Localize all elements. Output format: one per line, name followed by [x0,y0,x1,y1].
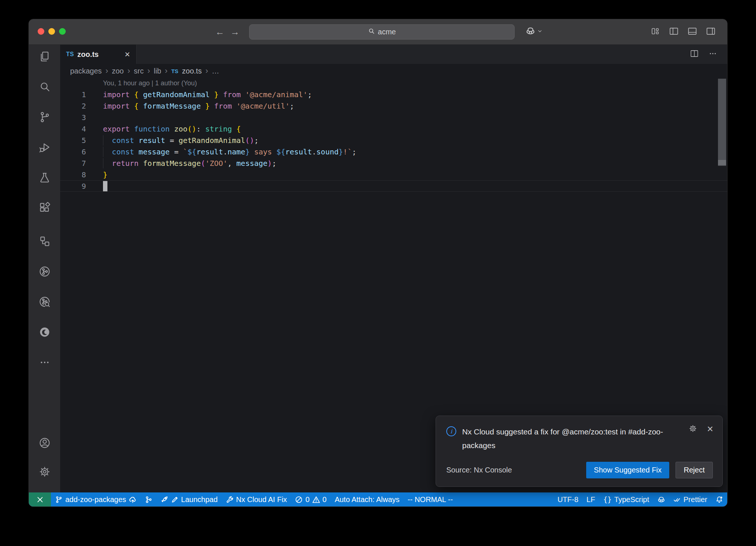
activity-bar-item-nx-cloud[interactable] [29,294,60,311]
debug-icon [38,141,51,155]
git-blame-annotation: You, 1 hour ago | 1 author (You) [60,78,727,89]
code-text: export function zoo(): string { [103,124,241,133]
code-token: ; [272,159,276,168]
status-item-git-branch[interactable]: add-zoo-packages [51,492,141,506]
status-item-label: Nx Cloud AI Fix [236,495,287,504]
text-cursor [103,181,107,191]
copilot-menu[interactable] [526,19,543,44]
code-token: message [236,159,267,168]
status-item-encoding[interactable]: UTF-8 [553,492,583,506]
breadcrumb-segment[interactable]: packages [70,67,102,75]
activity-bar-item-explorer[interactable] [29,48,60,66]
toggle-panel-button[interactable] [687,26,698,38]
code-token: : [196,124,205,133]
status-item-vim-mode[interactable]: -- NORMAL -- [403,492,457,506]
code-line-4[interactable]: 4export function zoo(): string { [60,123,727,134]
more-actions-button[interactable] [708,49,718,60]
status-item-label: -- NORMAL -- [408,495,453,504]
activity-bar-item-nx-project-graph[interactable] [29,263,60,281]
tab-zoo-ts[interactable]: TS zoo.ts ✕ [60,45,137,64]
close-window-button[interactable] [38,28,44,35]
code-line-8[interactable]: 8} [60,169,727,180]
line-number: 5 [60,136,86,145]
code-text: const result = getRandomAnimal(); [103,136,259,145]
source-control-icon [38,111,51,125]
code-line-2[interactable]: 2import { formatMessage } from '@acme/ut… [60,100,727,112]
status-bar: add-zoo-packagesLaunchpadNx Cloud AI Fix… [29,492,727,506]
edge-icon [38,326,51,340]
code-text: const message = `${result.name} says ${r… [103,147,356,156]
activity-bar-item-source-control[interactable] [29,109,60,127]
indent-guide [103,147,103,157]
activity-bar-item-testing[interactable] [29,170,60,187]
tab-bar: TS zoo.ts ✕ [60,45,727,64]
code-token: result [138,136,165,145]
status-item-remote-indicator[interactable] [29,492,51,506]
status-item-notifications-bell[interactable] [711,492,727,506]
breadcrumb-segment[interactable]: src [134,67,144,75]
activity-bar-item-accounts[interactable] [29,435,60,453]
status-item-launchpad[interactable]: Launchpad [157,492,222,506]
breadcrumb-file[interactable]: zoo.ts [182,67,202,75]
reject-button[interactable]: Reject [676,462,713,478]
zoom-window-button[interactable] [59,28,66,35]
code-line-3[interactable]: 3 [60,112,727,123]
status-item-language-mode[interactable]: {}TypeScript [599,492,653,506]
code-line-1[interactable]: 1import { getRandomAnimal } from '@acme/… [60,89,727,100]
code-token: formatMessage [143,159,201,168]
status-item-eol[interactable]: LF [583,492,599,506]
breadcrumb-segment[interactable]: zoo [112,67,124,75]
toggle-primary-sidebar-button[interactable] [669,26,679,38]
back-button[interactable]: ← [215,27,224,37]
status-item-nx-cloud-ai-fix[interactable]: Nx Cloud AI Fix [222,492,291,506]
show-suggested-fix-button[interactable]: Show Suggested Fix [586,462,669,478]
notification-toast: i Nx Cloud suggested a fix for @acme/zoo… [436,416,723,487]
command-center-search[interactable]: acme [249,24,515,40]
code-token: } [245,147,250,156]
toggle-secondary-sidebar-button[interactable] [705,26,716,38]
breadcrumb-segment[interactable]: lib [154,67,161,75]
code-line-9[interactable]: 9 [60,180,727,192]
split-editor-button[interactable] [690,49,699,60]
code-token: { [134,102,138,110]
customize-layout-button[interactable] [650,26,661,38]
code-token [103,159,112,168]
status-item-label: Prettier [684,495,707,504]
code-token [232,102,236,110]
notification-settings-icon[interactable] [688,424,697,434]
status-item-git-graph[interactable] [141,492,157,506]
minimize-window-button[interactable] [48,28,55,35]
activity-bar-item-search[interactable] [29,79,60,96]
notification-close-icon[interactable]: ✕ [707,425,714,433]
activity-bar-item-run-and-debug[interactable] [29,139,60,157]
status-item-prettier[interactable]: Prettier [669,492,711,506]
search-icon [368,28,375,37]
code-line-6[interactable]: 6 const message = `${result.name} says $… [60,146,727,157]
code-token: message [138,147,169,156]
activity-bar-item-additional-views[interactable] [29,354,60,372]
code-line-7[interactable]: 7 return formatMessage('ZOO', message); [60,157,727,169]
status-item-label: Auto Attach: Always [335,495,400,504]
hierarchy-icon [38,235,51,249]
code-line-5[interactable]: 5 const result = getRandomAnimal(); [60,134,727,146]
editor-scrollbar[interactable] [718,79,726,166]
line-number: 7 [60,159,86,168]
breadcrumb-more[interactable]: … [212,67,219,75]
activity-bar-item-nx-console[interactable] [29,233,60,251]
close-tab-icon[interactable]: ✕ [124,50,130,59]
code-token [170,124,174,133]
error-icon [295,496,303,504]
activity-bar-item-edge-tools[interactable] [29,324,60,342]
code-token: ; [290,102,294,110]
code-token: '@acme/animal' [245,90,307,99]
code-token [241,90,245,99]
status-item-problems[interactable]: 00 [291,492,330,506]
activity-bar-item-extensions[interactable] [29,200,60,218]
code-token [138,159,143,168]
code-token: ; [254,136,258,145]
activity-bar-item-manage-settings[interactable] [29,464,60,481]
ts-file-icon: TS [171,68,178,74]
status-item-copilot-status[interactable] [653,492,669,506]
forward-button[interactable]: → [230,27,240,37]
status-item-auto-attach[interactable]: Auto Attach: Always [331,492,404,506]
